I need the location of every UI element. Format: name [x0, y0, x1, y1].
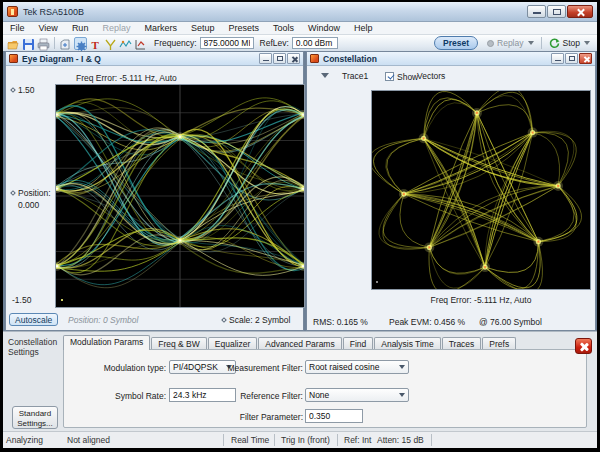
close-button[interactable]	[567, 5, 593, 18]
replay-dropdown-icon[interactable]	[528, 41, 534, 45]
reference-filter-select[interactable]: None	[305, 388, 409, 402]
status-alignment: Not aligned	[67, 435, 110, 445]
trace-name[interactable]: Trace1	[342, 71, 368, 81]
reference-filter-label: Reference Filter:	[219, 391, 303, 401]
signal-icon[interactable]	[104, 37, 117, 50]
status-acq-mode: Real Time	[231, 435, 269, 445]
window-title: Tek RSA5100B	[23, 7, 84, 17]
menu-item[interactable]: Setup	[184, 22, 222, 35]
panel-close-button[interactable]	[579, 53, 592, 64]
diamond-marker[interactable]	[221, 317, 227, 323]
menu-bar: FileViewRunReplayMarkersSetupPresetsTool…	[3, 22, 597, 35]
open-folder-icon[interactable]	[7, 37, 20, 50]
panel-minimize-button[interactable]	[551, 53, 564, 64]
menu-item[interactable]: Tools	[266, 22, 301, 35]
workspace: Eye Diagram - I & Q Freq Error: -5.111 H…	[3, 51, 597, 331]
settings-panel-label: ConstellationSettings	[8, 337, 64, 357]
title-bar[interactable]: Tek RSA5100B	[3, 2, 597, 22]
panel-maximize-button[interactable]	[565, 53, 578, 64]
settings-area: ConstellationSettings Modulation ParamsF…	[3, 331, 597, 431]
menu-item[interactable]: Run	[65, 22, 96, 35]
text-marker-icon[interactable]: T	[89, 37, 102, 50]
eye-position-label[interactable]: Position:	[11, 188, 51, 198]
save-icon[interactable]	[22, 37, 35, 50]
app-window: Tek RSA5100B FileViewRunReplayMarkersSet…	[3, 2, 597, 448]
eye-freq-error: Freq Error: -5.111 Hz, Auto	[76, 73, 177, 83]
panel-close-button[interactable]	[287, 53, 300, 64]
peak-evm-readout: Peak EVM: 0.456 %	[389, 317, 465, 327]
eye-panel-titlebar[interactable]: Eye Diagram - I & Q	[6, 52, 303, 66]
settings-close-button[interactable]	[575, 338, 592, 354]
menu-item[interactable]: Presets	[221, 22, 266, 35]
status-reference: Ref: Int	[344, 435, 371, 445]
filter-parameter-label: Filter Parameter:	[219, 412, 303, 422]
replay-button[interactable]: Replay	[487, 38, 523, 48]
recall-icon[interactable]	[59, 37, 72, 50]
measurement-filter-select[interactable]: Root raised cosine	[305, 360, 409, 374]
autoscale-button[interactable]: Autoscale	[9, 313, 58, 326]
reflev-label: RefLev:	[260, 38, 289, 48]
minimize-button[interactable]	[527, 5, 546, 18]
waveform-icon[interactable]	[119, 37, 132, 50]
menu-item[interactable]: Help	[347, 22, 380, 35]
settings-tabs: Modulation ParamsFreq & BWEqualizerAdvan…	[63, 335, 517, 350]
settings-gear-icon[interactable]	[74, 37, 87, 50]
menu-item[interactable]: Markers	[137, 22, 184, 35]
print-icon[interactable]	[37, 37, 50, 50]
marker-setup-icon[interactable]	[134, 37, 147, 50]
rms-readout: RMS: 0.165 %	[313, 317, 368, 327]
vectors-label[interactable]: Vectors	[417, 71, 445, 81]
modulation-type-label: Modulation type:	[84, 363, 166, 373]
settings-tab[interactable]: Modulation Params	[63, 335, 150, 350]
toolbar-separator	[54, 37, 55, 49]
symbol-rate-label: Symbol Rate:	[104, 391, 166, 401]
diamond-marker[interactable]	[10, 190, 16, 196]
show-checkbox-row[interactable]: Show	[385, 71, 418, 82]
filter-parameter-input[interactable]	[305, 409, 363, 423]
frequency-label: Frequency:	[154, 38, 197, 48]
constellation-panel-title: Constellation	[323, 54, 377, 64]
menu-item[interactable]: Window	[301, 22, 347, 35]
eye-y-min-label: -1.50	[12, 295, 31, 305]
stop-button[interactable]: Stop	[549, 38, 581, 49]
stop-dropdown-icon[interactable]	[584, 41, 590, 45]
eye-bottom-position: Position: 0 Symbol	[68, 315, 138, 325]
trace-collapse-icon[interactable]	[321, 73, 329, 78]
maximize-button[interactable]	[547, 5, 566, 18]
show-checkbox[interactable]	[385, 72, 394, 81]
status-trigger: Trig In (front)	[281, 435, 330, 445]
panel-icon	[310, 54, 319, 63]
toolbar: T Frequency: RefLev: Preset Replay	[3, 35, 597, 52]
chevron-down-icon	[399, 365, 405, 369]
constellation-panel-titlebar[interactable]: Constellation	[307, 52, 595, 66]
preset-button[interactable]: Preset	[434, 36, 478, 50]
screen: Tek RSA5100B FileViewRunReplayMarkersSet…	[0, 0, 600, 452]
status-attenuation: Atten: 15 dB	[377, 435, 424, 445]
reflev-input[interactable]	[292, 37, 338, 49]
standard-settings-button[interactable]: StandardSettings...	[12, 406, 58, 429]
measurement-filter-label: Measurement Filter:	[214, 363, 303, 373]
menu-item[interactable]: Replay	[95, 22, 137, 35]
diamond-marker[interactable]	[10, 87, 16, 93]
constellation-panel: Constellation Trace1 Show Vectors Freq E…	[306, 51, 596, 331]
status-analyzing: Analyzing	[6, 435, 43, 445]
constellation-plot	[371, 90, 591, 290]
eye-scale[interactable]: Scale: 2 Symbol	[222, 315, 290, 325]
eye-plot	[55, 84, 305, 308]
menu-item[interactable]: File	[3, 22, 32, 35]
chevron-down-icon	[399, 393, 405, 397]
eye-y-max-label[interactable]: 1.50	[11, 85, 35, 95]
eye-panel-title: Eye Diagram - I & Q	[22, 54, 101, 64]
status-bar: Analyzing Not aligned Real Time Trig In …	[3, 431, 597, 448]
panel-minimize-button[interactable]	[259, 53, 272, 64]
eye-position-value: 0.000	[18, 200, 39, 210]
constellation-plot-svg	[372, 91, 590, 289]
run-stop-icon	[549, 38, 560, 49]
toolbar-separator	[541, 37, 542, 49]
menu-item[interactable]: View	[32, 22, 65, 35]
peak-evm-symbol-readout: @ 76.00 Symbol	[479, 317, 542, 327]
frequency-input[interactable]	[200, 37, 254, 49]
panel-icon	[9, 54, 18, 63]
modulation-params-panel: Modulation type: PI/4DQPSK Measurement F…	[63, 349, 587, 428]
panel-maximize-button[interactable]	[273, 53, 286, 64]
